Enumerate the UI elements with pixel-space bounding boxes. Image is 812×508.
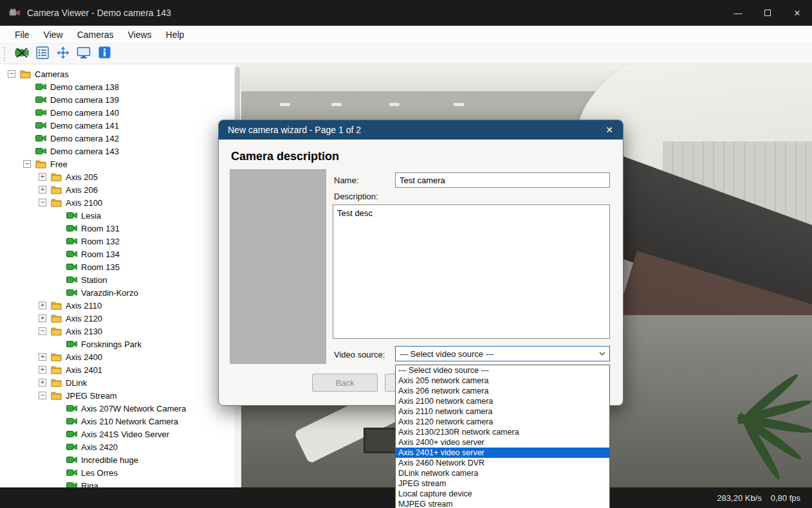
tree-item[interactable]: Station bbox=[0, 273, 241, 286]
window-title: Camera Viewer - Demo camera 143 bbox=[27, 8, 171, 18]
tree-item[interactable]: Demo camera 143 bbox=[0, 145, 241, 158]
menu-item-help[interactable]: Help bbox=[159, 28, 192, 42]
tree-item-label: Demo camera 141 bbox=[50, 121, 119, 131]
video-aircraft bbox=[280, 103, 290, 106]
tree-item[interactable]: Axis 210 Network Camera bbox=[0, 415, 241, 428]
chevron-down-icon[interactable] bbox=[595, 352, 609, 356]
tree-item[interactable]: +Axis 2120 bbox=[0, 312, 241, 325]
tree-item[interactable]: Riga bbox=[0, 479, 241, 487]
close-button[interactable]: ✕ bbox=[782, 0, 812, 26]
tree-item[interactable]: Varazdin-Korzo bbox=[0, 286, 241, 299]
tree-item[interactable]: Demo camera 141 bbox=[0, 119, 241, 132]
dropdown-option[interactable]: Axis 206 network camera bbox=[396, 386, 609, 396]
camera-icon bbox=[35, 82, 47, 91]
expand-icon[interactable]: + bbox=[39, 366, 46, 374]
camera-off-button[interactable] bbox=[13, 46, 31, 62]
bitrate-value: 283,20 Kb/s bbox=[717, 493, 761, 503]
tree-item[interactable]: Demo camera 140 bbox=[0, 106, 241, 119]
info-button[interactable] bbox=[95, 46, 113, 62]
menu-item-cameras[interactable]: Cameras bbox=[70, 28, 121, 42]
tree-item[interactable]: Incredible huge bbox=[0, 453, 241, 466]
video-source-combobox[interactable]: --- Select video source --- bbox=[395, 346, 610, 361]
folder-icon bbox=[51, 185, 62, 194]
minimize-button[interactable]: — bbox=[723, 0, 753, 26]
tree-item[interactable]: Room 131 bbox=[0, 222, 241, 235]
tree-item[interactable]: Axis 207W Network Camera bbox=[0, 402, 241, 415]
collapse-icon[interactable]: − bbox=[39, 392, 46, 399]
camera-icon bbox=[66, 262, 78, 271]
collapse-icon[interactable]: − bbox=[39, 327, 46, 335]
monitor-view-button[interactable] bbox=[75, 46, 93, 62]
title-bar: Camera Viewer - Demo camera 143 — ✕ bbox=[0, 0, 812, 26]
menu-item-file[interactable]: File bbox=[8, 28, 37, 42]
app-window: Camera Viewer - Demo camera 143 — ✕ File… bbox=[0, 0, 812, 508]
description-field[interactable]: Test desc bbox=[333, 204, 610, 339]
folder-icon bbox=[51, 301, 62, 310]
dropdown-option[interactable]: Axis 2120 network camera bbox=[396, 417, 609, 427]
dropdown-option[interactable]: Axis 2100 network camera bbox=[396, 396, 609, 406]
folder-icon bbox=[51, 172, 62, 181]
expand-icon[interactable]: + bbox=[39, 379, 46, 386]
folder-icon bbox=[35, 159, 47, 168]
tree-item[interactable]: −Cameras bbox=[0, 68, 241, 80]
dialog-title-bar[interactable]: New camera wizard - Page 1 of 2 ✕ bbox=[219, 120, 623, 140]
menu-item-view[interactable]: View bbox=[37, 28, 70, 42]
expand-icon[interactable]: + bbox=[39, 353, 46, 361]
collapse-icon[interactable]: − bbox=[8, 70, 15, 78]
dropdown-option[interactable]: Axis 2460 Network DVR bbox=[396, 458, 609, 468]
tree-item[interactable]: Lesia bbox=[0, 209, 241, 222]
tree-item[interactable]: +Axis 2401 bbox=[0, 363, 241, 376]
tree-item-label: Cameras bbox=[35, 69, 69, 79]
maximize-button[interactable] bbox=[753, 0, 782, 26]
menu-item-views[interactable]: Views bbox=[120, 28, 158, 42]
camera-list-button[interactable] bbox=[33, 46, 51, 62]
dropdown-option[interactable]: JPEG stream bbox=[396, 478, 609, 489]
tree-item[interactable]: Room 135 bbox=[0, 260, 241, 273]
pan-tilt-button[interactable] bbox=[54, 46, 72, 62]
menu-bar: FileViewCamerasViewsHelp bbox=[0, 26, 812, 44]
dropdown-option[interactable]: Axis 205 network camera bbox=[396, 376, 609, 386]
tree-item[interactable]: Room 134 bbox=[0, 248, 241, 260]
tree-item[interactable]: Room 132 bbox=[0, 235, 241, 248]
dropdown-option[interactable]: Axis 2130/2130R network camera bbox=[396, 427, 609, 437]
collapse-icon[interactable]: − bbox=[39, 199, 46, 206]
tree-item-label: Demo camera 138 bbox=[50, 82, 119, 92]
dropdown-option[interactable]: Local capture device bbox=[396, 489, 609, 499]
expand-icon[interactable]: + bbox=[39, 173, 46, 181]
expand-icon[interactable]: + bbox=[39, 302, 46, 309]
tree-item[interactable]: Demo camera 142 bbox=[0, 132, 241, 145]
dropdown-option[interactable]: --- Select video source --- bbox=[396, 365, 609, 376]
tree-item-label: Riga bbox=[81, 481, 98, 488]
dropdown-option[interactable]: DLink network camera bbox=[396, 468, 609, 478]
tree-item[interactable]: Axis 2420 bbox=[0, 440, 241, 453]
name-field[interactable] bbox=[395, 172, 610, 188]
dropdown-option[interactable]: MJPEG stream bbox=[396, 499, 609, 508]
tree-item[interactable]: Forsknings Park bbox=[0, 338, 241, 350]
expand-icon[interactable]: + bbox=[39, 186, 46, 194]
tree-item[interactable]: +Axis 2400 bbox=[0, 350, 241, 363]
camera-tree-panel: −CamerasDemo camera 138Demo camera 139De… bbox=[0, 64, 241, 487]
tree-item[interactable]: +Axis 2110 bbox=[0, 299, 241, 312]
collapse-icon[interactable]: − bbox=[23, 160, 31, 168]
tree-item[interactable]: Axis 241S Video Server bbox=[0, 428, 241, 440]
toolbar-drag-handle[interactable] bbox=[4, 47, 8, 61]
tree-item[interactable]: −Axis 2100 bbox=[0, 196, 241, 209]
tree-item[interactable]: +DLink bbox=[0, 376, 241, 389]
tree-item[interactable]: Demo camera 138 bbox=[0, 80, 241, 93]
tree-item[interactable]: +Axis 205 bbox=[0, 170, 241, 183]
expand-icon[interactable]: + bbox=[39, 314, 46, 322]
tree-item[interactable]: −JPEG Stream bbox=[0, 389, 241, 402]
tree-item[interactable]: +Axis 206 bbox=[0, 183, 241, 196]
dropdown-option[interactable]: Axis 2400+ video server bbox=[396, 437, 609, 448]
video-source-value: --- Select video source --- bbox=[400, 349, 494, 359]
folder-icon bbox=[51, 365, 62, 374]
dialog-close-button[interactable]: ✕ bbox=[596, 120, 623, 140]
tree-item[interactable]: −Axis 2130 bbox=[0, 325, 241, 338]
folder-icon bbox=[51, 378, 62, 387]
tree-item[interactable]: Les Orres bbox=[0, 466, 241, 479]
tree-item[interactable]: −Free bbox=[0, 158, 241, 170]
tree-item[interactable]: Demo camera 139 bbox=[0, 93, 241, 106]
dropdown-option[interactable]: Axis 2401+ video server bbox=[396, 448, 609, 458]
dropdown-option[interactable]: Axis 2110 network camera bbox=[396, 406, 609, 417]
back-button[interactable]: Back bbox=[312, 374, 378, 392]
